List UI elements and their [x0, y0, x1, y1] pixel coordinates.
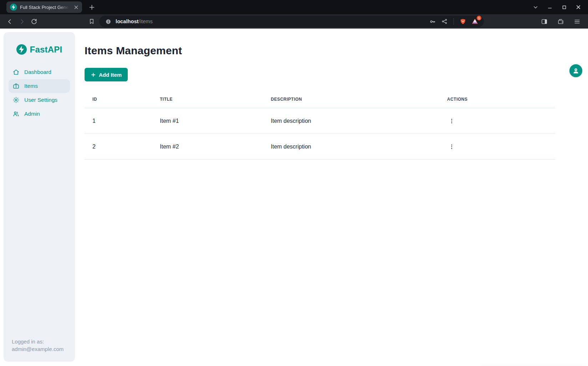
reload-button[interactable] — [29, 16, 39, 27]
bookmark-icon[interactable] — [86, 16, 97, 27]
browser-tab-strip: Full Stack Project Genera — [0, 0, 588, 14]
table-row: 1 Item #1 Item description — [85, 108, 555, 134]
tab-title: Full Stack Project Genera — [20, 5, 70, 10]
sidebar-item-label: User Settings — [24, 97, 57, 103]
brave-rewards-icon[interactable]: 1 — [470, 17, 480, 26]
sidebar-nav: Dashboard Items User Settings Admin — [4, 65, 75, 121]
window-controls — [531, 2, 588, 12]
url-text: localhost/items — [116, 19, 153, 24]
user-avatar-icon — [572, 67, 580, 75]
add-item-label: Add Item — [99, 72, 122, 78]
sidebar-item-dashboard[interactable]: Dashboard — [9, 65, 70, 79]
main-content: Items Management Add Item ID TITLE DESCR… — [85, 29, 588, 366]
toolbar-divider — [453, 18, 454, 25]
table-row: 2 Item #2 Item description — [85, 134, 555, 160]
minimize-button[interactable] — [545, 2, 554, 12]
fastapi-favicon-icon — [10, 4, 17, 11]
maximize-button[interactable] — [559, 2, 569, 12]
brave-shield-icon[interactable] — [458, 17, 467, 26]
table-header-row: ID TITLE DESCRIPTION ACTIONS — [85, 90, 555, 108]
app-page: FastAPI Dashboard Items User Settings — [0, 29, 588, 366]
tab-close-icon[interactable] — [73, 4, 79, 10]
sidebar: FastAPI Dashboard Items User Settings — [4, 32, 75, 362]
cell-description: Item description — [263, 144, 439, 150]
browser-tab[interactable]: Full Stack Project Genera — [6, 1, 82, 13]
tab-search-chevron-icon[interactable] — [531, 2, 540, 12]
logged-in-label: Logged in as: — [12, 338, 67, 346]
add-item-button[interactable]: Add Item — [85, 68, 128, 81]
logo-text: FastAPI — [30, 45, 62, 55]
briefcase-icon — [12, 82, 20, 90]
home-icon — [12, 69, 20, 76]
logged-in-email: admin@example.com — [12, 345, 67, 353]
sidebar-item-label: Items — [24, 83, 38, 89]
column-header-description: DESCRIPTION — [263, 97, 439, 102]
share-icon[interactable] — [440, 17, 449, 26]
site-info-icon[interactable] — [103, 17, 113, 26]
cell-id: 1 — [85, 118, 152, 124]
gear-icon — [12, 96, 20, 104]
row-actions-kebab-icon[interactable] — [447, 142, 456, 151]
forward-button[interactable] — [16, 16, 27, 27]
wallet-icon[interactable] — [555, 16, 566, 27]
toolbar-right-icons — [539, 16, 584, 27]
logged-in-info: Logged in as: admin@example.com — [4, 338, 75, 362]
browser-toolbar: localhost/items 1 — [0, 14, 588, 29]
fastapi-logo-icon — [16, 44, 27, 55]
menu-hamburger-icon[interactable] — [572, 16, 582, 27]
cell-title: Item #2 — [152, 144, 263, 150]
sidebar-item-label: Admin — [24, 111, 40, 117]
sidebar-item-admin[interactable]: Admin — [9, 107, 70, 121]
rewards-badge: 1 — [477, 16, 481, 20]
users-icon — [12, 110, 20, 117]
items-table: ID TITLE DESCRIPTION ACTIONS 1 Item #1 I… — [85, 90, 555, 160]
url-bar[interactable]: localhost/items 1 — [99, 16, 484, 27]
url-host: localhost — [116, 19, 139, 24]
column-header-actions: ACTIONS — [439, 97, 555, 102]
password-key-icon[interactable] — [428, 17, 437, 26]
plus-icon — [91, 72, 96, 77]
cell-id: 2 — [85, 144, 152, 150]
close-window-button[interactable] — [574, 2, 583, 12]
cell-title: Item #1 — [152, 118, 263, 124]
url-path: /items — [139, 19, 153, 24]
sidebar-item-items[interactable]: Items — [9, 79, 70, 93]
back-button[interactable] — [4, 16, 15, 27]
sidebar-item-user-settings[interactable]: User Settings — [9, 93, 70, 107]
column-header-title: TITLE — [152, 97, 263, 102]
fastapi-logo: FastAPI — [16, 44, 62, 55]
row-actions-kebab-icon[interactable] — [447, 116, 456, 126]
new-tab-button[interactable] — [87, 2, 96, 12]
sidebar-item-label: Dashboard — [24, 69, 51, 75]
user-menu-button[interactable] — [569, 64, 582, 77]
page-title: Items Management — [85, 45, 588, 57]
sidebar-panel-icon[interactable] — [539, 16, 549, 27]
cell-description: Item description — [263, 118, 439, 124]
column-header-id: ID — [85, 97, 152, 102]
